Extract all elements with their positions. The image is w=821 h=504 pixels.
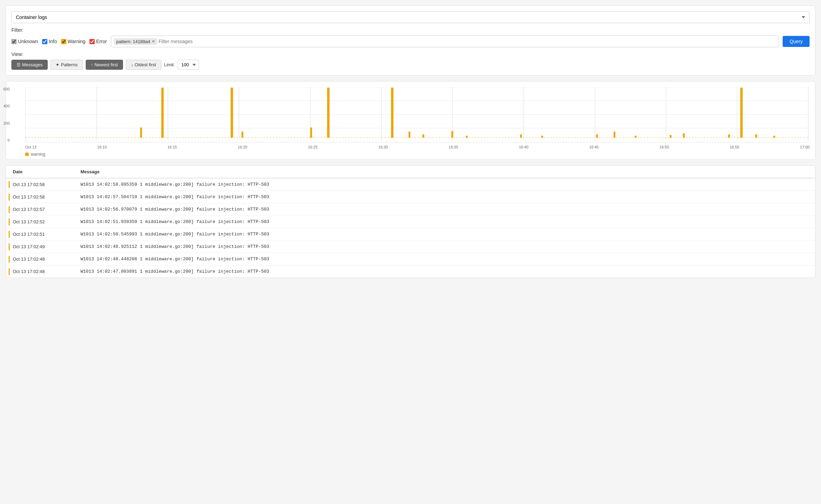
svg-rect-23 xyxy=(408,132,410,138)
log-source-dropdown[interactable]: Container logsSystem logsApplication log… xyxy=(11,11,810,23)
y-label-200: 200 xyxy=(0,121,10,125)
y-axis: 600 400 200 0 xyxy=(0,87,10,142)
table-row: Oct 13 17:02:52 W1013 14:02:51.939359 1 … xyxy=(6,216,815,228)
table-row: Oct 13 17:02:49 W1013 14:02:48.925112 1 … xyxy=(6,241,815,253)
filter-tag-text: pattern: 14189a4 xyxy=(116,39,150,44)
svg-rect-25 xyxy=(451,131,453,138)
limit-dropdown[interactable]: 100 50 200 500 xyxy=(178,60,199,70)
view-label: View: xyxy=(11,51,810,57)
filter-input-container: pattern: 14189a4 ✕ xyxy=(111,36,778,47)
svg-rect-26 xyxy=(466,136,468,138)
messages-button[interactable]: ☰ Messages xyxy=(11,60,48,70)
filter-label: Filter: xyxy=(11,27,810,33)
chart-area xyxy=(25,87,810,142)
svg-rect-32 xyxy=(670,135,671,138)
date-cell: Oct 13 17:02:49 xyxy=(6,241,75,253)
date-cell: Oct 13 17:02:58 xyxy=(6,178,75,191)
svg-rect-37 xyxy=(773,136,775,138)
svg-rect-21 xyxy=(327,88,330,138)
table-header-row: Date Message xyxy=(6,166,815,178)
filter-card: Container logsSystem logsApplication log… xyxy=(6,6,815,76)
date-cell: Oct 13 17:02:52 xyxy=(6,216,75,228)
x-label-1620: 16:20 xyxy=(238,145,247,149)
table-row: Oct 13 17:02:48 W1013 14:02:47.803891 1 … xyxy=(6,265,815,278)
newest-first-button[interactable]: ↑ Newest first xyxy=(86,60,123,70)
date-cell: Oct 13 17:02:51 xyxy=(6,228,75,241)
svg-rect-30 xyxy=(614,132,615,138)
x-label-1615: 16:15 xyxy=(168,145,177,149)
message-cell: W1013 14:02:58.095359 1 middleware.go:20… xyxy=(75,178,815,191)
log-table: Date Message Oct 13 17:02:58 W1013 14:02… xyxy=(6,166,815,278)
chart-svg xyxy=(26,87,810,142)
patterns-icon: ✦ xyxy=(56,62,59,67)
table-row: Oct 13 17:02:58 W1013 14:02:57.504719 1 … xyxy=(6,191,815,203)
list-icon: ☰ xyxy=(17,62,21,67)
checkbox-unknown[interactable]: Unknown xyxy=(11,39,38,44)
x-label-oct13: Oct 13 xyxy=(25,145,36,149)
message-cell: W1013 14:02:57.504719 1 middleware.go:20… xyxy=(75,191,815,203)
col-header-date: Date xyxy=(6,166,75,178)
x-label-1640: 16:40 xyxy=(519,145,529,149)
y-label-0: 0 xyxy=(0,138,10,142)
date-cell: Oct 13 17:02:58 xyxy=(6,191,75,203)
x-label-1650: 16:50 xyxy=(660,145,669,149)
x-label-1655: 16:55 xyxy=(730,145,739,149)
query-button[interactable]: Query xyxy=(783,36,810,47)
arrow-down-icon: ↓ xyxy=(131,62,133,67)
x-label-1630: 16:30 xyxy=(378,145,388,149)
warning-indicator xyxy=(9,231,10,238)
svg-rect-17 xyxy=(140,127,142,138)
filter-tag-close-icon[interactable]: ✕ xyxy=(152,39,155,43)
table-row: Oct 13 17:02:48 W1013 14:02:48.448208 1 … xyxy=(6,253,815,265)
checkbox-unknown-label: Unknown xyxy=(18,39,38,44)
y-label-400: 400 xyxy=(0,104,10,108)
message-cell: W1013 14:02:48.448208 1 middleware.go:20… xyxy=(75,253,815,265)
filter-tag: pattern: 14189a4 ✕ xyxy=(114,38,157,45)
svg-rect-19 xyxy=(242,132,243,138)
warning-indicator xyxy=(9,255,10,263)
warning-indicator xyxy=(9,206,10,213)
svg-rect-16 xyxy=(161,88,164,138)
x-label-1635: 16:35 xyxy=(449,145,458,149)
checkbox-info[interactable]: Info xyxy=(42,39,57,44)
checkbox-warning[interactable]: Warning xyxy=(61,39,86,44)
col-header-message: Message xyxy=(75,166,815,178)
x-label-1645: 16:45 xyxy=(589,145,599,149)
checkbox-error[interactable]: Error xyxy=(89,39,107,44)
date-cell: Oct 13 17:02:48 xyxy=(6,265,75,278)
svg-rect-29 xyxy=(596,134,598,138)
checkbox-error-label: Error xyxy=(96,39,107,44)
warning-indicator xyxy=(9,268,10,275)
x-label-1625: 16:25 xyxy=(308,145,318,149)
warning-indicator xyxy=(9,243,10,250)
legend-warning-label: warning xyxy=(31,152,45,157)
warning-indicator xyxy=(9,193,10,201)
message-cell: W1013 14:02:48.925112 1 middleware.go:20… xyxy=(75,241,815,253)
warning-indicator xyxy=(9,218,10,225)
chart-legend: warning xyxy=(25,152,810,157)
table-row: Oct 13 17:02:58 W1013 14:02:58.095359 1 … xyxy=(6,178,815,191)
message-cell: W1013 14:02:50.545993 1 middleware.go:20… xyxy=(75,228,815,241)
svg-rect-36 xyxy=(755,134,757,138)
svg-rect-31 xyxy=(635,136,636,138)
y-label-600: 600 xyxy=(0,87,10,91)
svg-rect-22 xyxy=(391,88,394,138)
svg-rect-28 xyxy=(541,136,543,138)
limit-label: Limit: xyxy=(164,62,175,67)
message-cell: W1013 14:02:47.803891 1 middleware.go:20… xyxy=(75,265,815,278)
checkbox-warning-label: Warning xyxy=(68,39,86,44)
log-source-dropdown-row: Container logsSystem logsApplication log… xyxy=(11,11,810,23)
filter-controls-row: Unknown Info Warning Error patte xyxy=(11,36,810,47)
message-cell: W1013 14:02:56.970079 1 middleware.go:20… xyxy=(75,203,815,216)
oldest-first-button[interactable]: ↓ Oldest first xyxy=(126,60,161,70)
table-row: Oct 13 17:02:51 W1013 14:02:50.545993 1 … xyxy=(6,228,815,241)
filter-messages-input[interactable] xyxy=(157,37,775,46)
svg-rect-18 xyxy=(230,88,233,138)
chart-container: 600 400 200 0 xyxy=(6,81,815,160)
arrow-up-icon: ↑ xyxy=(91,62,93,67)
svg-rect-20 xyxy=(310,127,312,138)
svg-rect-34 xyxy=(728,134,730,138)
checkbox-info-label: Info xyxy=(49,39,57,44)
patterns-button[interactable]: ✦ Patterns xyxy=(50,60,83,70)
date-cell: Oct 13 17:02:57 xyxy=(6,203,75,216)
